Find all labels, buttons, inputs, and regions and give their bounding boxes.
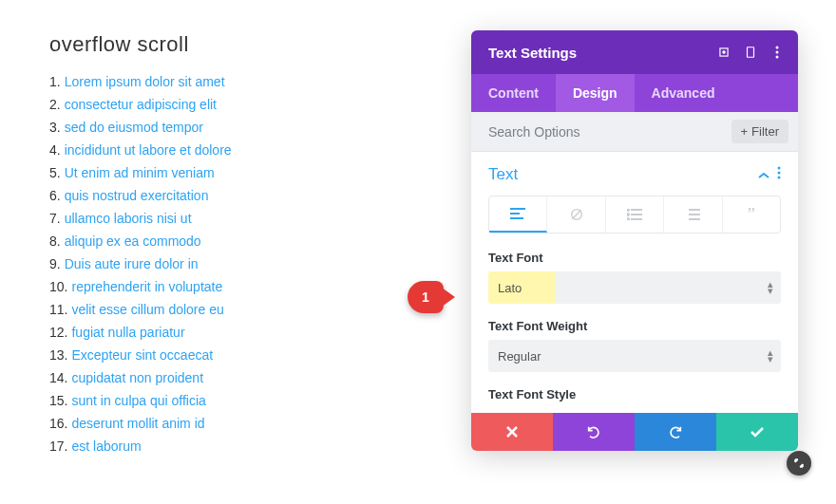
svg-point-18 — [627, 214, 629, 215]
svg-point-5 — [776, 56, 779, 59]
list-link[interactable]: incididunt ut labore et dolore — [65, 139, 232, 161]
list-number: 11. — [49, 298, 67, 321]
list-item: 11.velit esse cillum dolore eu — [49, 298, 418, 321]
list-number: 2. — [49, 93, 61, 116]
filter-button[interactable]: + Filter — [732, 120, 788, 143]
list-item: 8.aliquip ex ea commodo — [49, 230, 418, 252]
list-item: 6.quis nostrud exercitation — [49, 184, 418, 207]
list-link[interactable]: Excepteur sint occaecat — [71, 344, 213, 366]
list-link[interactable]: deserunt mollit anim id — [71, 412, 204, 435]
list-number: 17. — [49, 435, 67, 457]
svg-line-13 — [572, 210, 580, 218]
list-item: 4.incididunt ut labore et dolore — [49, 139, 418, 161]
list-number: 16. — [49, 412, 67, 435]
list-link[interactable]: sunt in culpa qui officia — [71, 389, 205, 412]
list-number: 4. — [49, 139, 61, 161]
list-link[interactable]: ullamco laboris nisi ut — [65, 207, 192, 230]
list-number: 10. — [49, 275, 67, 298]
font-label: Text Font — [488, 251, 781, 265]
list-number: 7. — [49, 207, 61, 230]
list-item: 3.sed do eiusmod tempor — [49, 116, 418, 139]
svg-point-17 — [627, 209, 629, 211]
filter-label: Filter — [751, 124, 779, 139]
svg-point-8 — [778, 177, 781, 179]
tabs: Content Design Advanced — [471, 74, 798, 112]
weight-select[interactable]: Regular ▴▾ — [488, 340, 781, 372]
weight-label: Text Font Weight — [488, 319, 781, 333]
more-icon[interactable] — [764, 39, 790, 65]
subtab-text-icon[interactable] — [489, 196, 547, 233]
weight-value: Regular — [498, 349, 542, 364]
list-number: 13. — [49, 344, 67, 366]
tab-design[interactable]: Design — [556, 74, 635, 112]
svg-point-19 — [627, 218, 629, 220]
section-title: Text — [488, 165, 758, 184]
list-link[interactable]: velit esse cillum dolore eu — [71, 298, 223, 321]
list-item: 15.sunt in culpa qui officia — [49, 389, 418, 412]
list-number: 8. — [49, 230, 61, 252]
list-number: 3. — [49, 116, 61, 139]
undo-button[interactable] — [553, 413, 635, 451]
list-link[interactable]: cupidatat non proident — [71, 366, 203, 389]
tab-content[interactable]: Content — [471, 74, 556, 112]
list-item: 16.deserunt mollit anim id — [49, 412, 418, 435]
list-link[interactable]: sed do eiusmod tempor — [65, 116, 203, 139]
list-link[interactable]: Duis aute irure dolor in — [65, 252, 199, 275]
list-link[interactable]: fugiat nulla pariatur — [71, 321, 184, 344]
page-title: overflow scroll — [49, 32, 418, 57]
select-caret-icon: ▴▾ — [768, 281, 773, 294]
resize-handle-icon[interactable] — [787, 451, 811, 476]
font-value: Lato — [498, 281, 522, 295]
list-item: 9.Duis aute irure dolor in — [49, 252, 418, 275]
list-item: 2.consectetur adipiscing elit — [49, 93, 418, 116]
list-number: 6. — [49, 184, 61, 207]
expand-icon[interactable] — [711, 39, 737, 65]
tablet-icon[interactable] — [737, 39, 764, 65]
list-item: 5.Ut enim ad minim veniam — [49, 161, 418, 184]
list-number: 9. — [49, 252, 61, 275]
list: 1.Lorem ipsum dolor sit amet2.consectetu… — [49, 70, 418, 457]
panel-title: Text Settings — [488, 45, 711, 61]
panel-footer — [471, 413, 798, 451]
plus-icon: + — [741, 124, 749, 139]
section-head[interactable]: Text — [488, 165, 781, 184]
close-button[interactable] — [471, 413, 553, 451]
list-link[interactable]: est laborum — [71, 435, 141, 457]
chevron-up-icon[interactable] — [758, 167, 770, 182]
redo-button[interactable] — [635, 413, 716, 451]
list-link[interactable]: quis nostrud exercitation — [65, 184, 209, 207]
svg-point-4 — [776, 51, 779, 54]
svg-point-1 — [723, 51, 725, 53]
search-row: Search Options + Filter — [471, 112, 798, 152]
subtab-ul-icon[interactable] — [606, 196, 664, 233]
list-link[interactable]: aliquip ex ea commodo — [65, 230, 201, 252]
search-input[interactable]: Search Options — [488, 124, 732, 140]
subtab-quote-icon[interactable]: ” — [723, 196, 780, 233]
svg-point-6 — [778, 167, 781, 170]
save-button[interactable] — [716, 413, 798, 451]
list-link[interactable]: Ut enim ad minim veniam — [65, 161, 215, 184]
list-number: 15. — [49, 389, 67, 412]
list-item: 10.reprehenderit in voluptate — [49, 275, 418, 298]
panel-header: Text Settings — [471, 30, 798, 74]
sub-tabs: ” — [488, 196, 781, 233]
list-item: 7.ullamco laboris nisi ut — [49, 207, 418, 230]
subtab-ol-icon[interactable] — [664, 196, 722, 233]
select-caret-icon: ▴▾ — [768, 349, 773, 363]
subtab-link-icon[interactable] — [547, 196, 605, 233]
section-more-icon[interactable] — [777, 166, 781, 183]
svg-point-7 — [778, 172, 781, 175]
list-link[interactable]: reprehenderit in voluptate — [71, 275, 222, 298]
list-item: 12.fugiat nulla pariatur — [49, 321, 418, 344]
panel-body: Text ” Text Font Lato — [471, 152, 798, 413]
style-label: Text Font Style — [488, 387, 781, 401]
list-number: 12. — [49, 321, 67, 344]
tab-advanced[interactable]: Advanced — [635, 74, 732, 112]
list-number: 14. — [49, 366, 67, 389]
list-link[interactable]: consectetur adipiscing elit — [65, 93, 217, 116]
list-link[interactable]: Lorem ipsum dolor sit amet — [65, 70, 225, 93]
list-number: 1. — [49, 70, 61, 93]
list-item: 14.cupidatat non proident — [49, 366, 418, 389]
svg-point-3 — [776, 47, 779, 49]
font-select[interactable]: Lato ▴▾ — [488, 271, 781, 304]
